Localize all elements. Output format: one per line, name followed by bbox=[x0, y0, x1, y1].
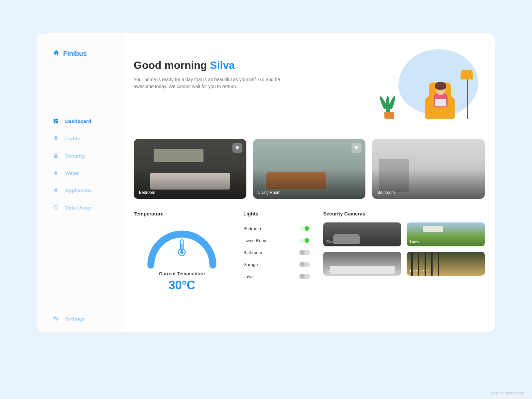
rooms-row: BedroomLiving RoomBathroom bbox=[134, 139, 485, 199]
camera-card-front-gate[interactable]: Front Gate bbox=[407, 252, 485, 276]
temperature-value: 30°C bbox=[134, 278, 230, 292]
room-card-bedroom[interactable]: Bedroom bbox=[134, 139, 246, 199]
light-row-living-room: Living Room bbox=[243, 234, 310, 246]
sidebar-settings-label: Settings bbox=[65, 316, 85, 322]
hero-illustration bbox=[378, 49, 485, 126]
light-row-garage: Garage bbox=[243, 258, 310, 270]
sidebar-item-label: Appliances bbox=[65, 188, 92, 193]
camera-label: Kitchen bbox=[327, 269, 339, 273]
sidebar-item-label: Data Usage bbox=[65, 205, 92, 210]
svg-rect-1 bbox=[56, 119, 58, 120]
app-window: Finibus DashboardLightsSecurityWaterAppl… bbox=[37, 33, 495, 332]
lights-panel: Lights BedroomLiving RoomBathroomGarageL… bbox=[243, 211, 310, 292]
light-row-lawn: Lawn bbox=[243, 270, 310, 282]
lock-icon bbox=[53, 152, 59, 159]
light-name: Garage bbox=[243, 262, 258, 267]
light-row-bedroom: Bedroom bbox=[243, 222, 310, 234]
camera-label: Garage bbox=[327, 240, 339, 244]
water-icon bbox=[53, 170, 59, 176]
svg-rect-0 bbox=[54, 119, 56, 121]
camera-card-garage[interactable]: Garage bbox=[323, 222, 401, 246]
brand[interactable]: Finibus bbox=[53, 49, 112, 58]
light-row-bathroom: Bathroom bbox=[243, 246, 310, 258]
panels: Temperature Current Temperature bbox=[134, 211, 485, 292]
light-toggle[interactable] bbox=[299, 250, 310, 255]
light-toggle[interactable] bbox=[299, 274, 310, 279]
temperature-label: Current Temperature bbox=[134, 271, 230, 276]
sidebar-item-water[interactable]: Water bbox=[53, 170, 112, 176]
camera-card-lawn[interactable]: Lawn bbox=[407, 222, 485, 246]
room-card-living-room[interactable]: Living Room bbox=[253, 139, 366, 199]
bulb-icon[interactable] bbox=[351, 143, 361, 153]
brand-name: Finibus bbox=[63, 50, 87, 58]
sidebar-item-appliances[interactable]: Appliances bbox=[53, 187, 112, 194]
room-overlay bbox=[134, 139, 246, 199]
cameras-panel: Security Cameras GarageLawnKitchenFront … bbox=[323, 211, 485, 292]
svg-rect-3 bbox=[54, 121, 56, 123]
sidebar-item-label: Water bbox=[65, 170, 79, 176]
camera-label: Lawn bbox=[410, 240, 419, 244]
svg-rect-2 bbox=[56, 121, 58, 123]
room-label: Bathroom bbox=[377, 190, 395, 195]
lights-list: BedroomLiving RoomBathroomGarageLawn bbox=[243, 222, 310, 282]
sidebar-item-security[interactable]: Security bbox=[53, 152, 112, 159]
sidebar-item-label: Security bbox=[65, 153, 85, 159]
sidebar-item-label: Lights bbox=[65, 136, 80, 141]
hero: Good morning Silva Your home is ready fo… bbox=[134, 49, 485, 126]
main-content: Good morning Silva Your home is ready fo… bbox=[123, 33, 495, 332]
light-toggle[interactable] bbox=[299, 226, 310, 231]
sidebar-item-lights[interactable]: Lights bbox=[53, 135, 112, 142]
bulb-icon bbox=[53, 135, 59, 142]
thermometer-icon bbox=[177, 239, 187, 258]
light-name: Lawn bbox=[243, 274, 254, 279]
room-label: Living Room bbox=[258, 190, 281, 195]
light-toggle[interactable] bbox=[299, 238, 310, 243]
sidebar-item-dashboard[interactable]: Dashboard bbox=[53, 118, 112, 124]
lights-title: Lights bbox=[243, 211, 310, 216]
data-icon bbox=[53, 204, 59, 211]
user-name: Silva bbox=[210, 59, 235, 71]
greeting: Good morning Silva bbox=[134, 59, 293, 71]
greeting-subtitle: Your home is ready for a day that is as … bbox=[134, 76, 293, 90]
greeting-prefix: Good morning bbox=[134, 59, 210, 71]
hero-text: Good morning Silva Your home is ready fo… bbox=[134, 49, 293, 90]
sidebar-item-label: Dashboard bbox=[65, 118, 91, 124]
watermark: post of uimaker.com bbox=[491, 391, 524, 395]
light-name: Bedroom bbox=[243, 226, 261, 231]
bulb-icon[interactable] bbox=[232, 143, 242, 153]
temperature-panel: Temperature Current Temperature bbox=[134, 211, 230, 292]
sidebar: Finibus DashboardLightsSecurityWaterAppl… bbox=[37, 33, 123, 332]
temperature-title: Temperature bbox=[134, 211, 230, 216]
svg-rect-4 bbox=[54, 155, 58, 158]
light-toggle[interactable] bbox=[299, 262, 310, 267]
room-overlay bbox=[372, 139, 485, 199]
room-label: Bedroom bbox=[139, 190, 155, 195]
nav: DashboardLightsSecurityWaterAppliancesDa… bbox=[53, 118, 112, 302]
cameras-title: Security Cameras bbox=[323, 211, 485, 216]
temperature-gauge bbox=[142, 222, 222, 269]
cameras-grid: GarageLawnKitchenFront Gate bbox=[323, 222, 485, 276]
sidebar-item-data-usage[interactable]: Data Usage bbox=[53, 204, 112, 211]
room-card-bathroom[interactable]: Bathroom bbox=[372, 139, 485, 199]
gear-icon bbox=[53, 315, 59, 322]
light-name: Bathroom bbox=[243, 250, 262, 255]
camera-card-kitchen[interactable]: Kitchen bbox=[323, 252, 401, 276]
home-icon bbox=[53, 49, 60, 58]
light-name: Living Room bbox=[243, 238, 267, 243]
dashboard-icon bbox=[53, 118, 59, 124]
plug-icon bbox=[53, 187, 59, 194]
room-overlay bbox=[253, 139, 366, 199]
sidebar-item-settings[interactable]: Settings bbox=[53, 302, 112, 322]
camera-label: Front Gate bbox=[410, 269, 428, 273]
svg-rect-9 bbox=[182, 244, 183, 252]
